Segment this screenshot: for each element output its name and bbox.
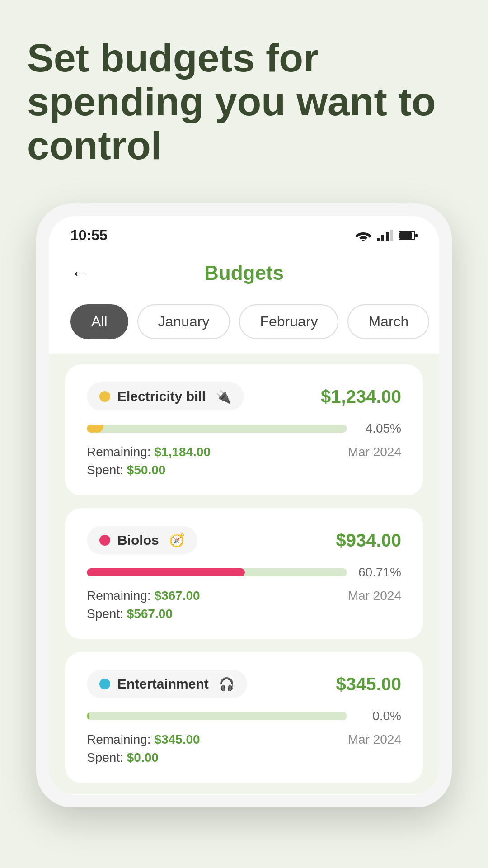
budget-amount-biolos: $934.00: [336, 530, 401, 551]
spent-label-biolos: Spent: $567.00: [87, 607, 200, 621]
budget-amount-electricity: $1,234.00: [321, 387, 401, 407]
filter-tab-all[interactable]: All: [70, 304, 128, 339]
signal-icon: [377, 230, 393, 241]
card-top-electricity: Electricity bill 🔌 $1,234.00: [87, 382, 401, 410]
filter-row: All January February March: [49, 293, 439, 354]
electricity-icon: 🔌: [216, 389, 231, 404]
budget-card-entertainment: Entertainment 🎧 $345.00 0.0%: [65, 652, 423, 783]
status-time: 10:55: [70, 227, 108, 244]
budget-card-biolos: Biolos 🧭 $934.00 60.71%: [65, 508, 423, 639]
category-dot-electricity: [99, 391, 110, 402]
svg-rect-4: [390, 230, 393, 241]
progress-pct-biolos: 60.71%: [356, 565, 401, 580]
category-name-biolos: Biolos: [117, 533, 159, 548]
progress-pct-electricity: 4.05%: [356, 421, 401, 436]
card-date-electricity: Mar 2024: [348, 445, 401, 459]
budget-cards-container: Electricity bill 🔌 $1,234.00 4.05%: [49, 354, 439, 794]
remaining-value-biolos: $367.00: [154, 589, 200, 603]
filter-tab-march[interactable]: March: [347, 304, 429, 339]
remaining-label-entertainment: Remaining: $345.00: [87, 732, 200, 747]
svg-point-0: [362, 240, 365, 241]
svg-rect-1: [377, 238, 380, 241]
spent-value-electricity: $50.00: [127, 463, 166, 477]
app-header: ← Budgets: [49, 249, 439, 293]
budget-amount-entertainment: $345.00: [336, 674, 401, 694]
filter-tab-february[interactable]: February: [239, 304, 338, 339]
card-date-entertainment: Mar 2024: [348, 732, 401, 747]
card-date-biolos: Mar 2024: [348, 589, 401, 603]
entertainment-icon: 🎧: [219, 677, 235, 692]
back-button[interactable]: ←: [70, 262, 89, 284]
progress-row-electricity: 4.05%: [87, 421, 401, 436]
phone-screen: 10:55: [49, 216, 439, 795]
card-stats-electricity: Remaining: $1,184.00 Spent: $50.00: [87, 445, 211, 477]
card-stats-entertainment: Remaining: $345.00 Spent: $0.00: [87, 732, 200, 765]
card-bottom-biolos: Remaining: $367.00 Spent: $567.00 Mar 20…: [87, 589, 401, 621]
budget-card-electricity: Electricity bill 🔌 $1,234.00 4.05%: [65, 364, 423, 495]
progress-fill-entertainment: [87, 712, 89, 720]
category-name-electricity: Electricity bill: [117, 389, 206, 404]
wifi-icon: [355, 230, 371, 241]
category-dot-entertainment: [99, 679, 110, 689]
card-top-biolos: Biolos 🧭 $934.00: [87, 526, 401, 554]
progress-fill-electricity: [87, 425, 97, 433]
category-dot-biolos: [99, 535, 110, 546]
biolos-icon: 🧭: [169, 533, 185, 548]
card-bottom-entertainment: Remaining: $345.00 Spent: $0.00 Mar 2024: [87, 732, 401, 765]
filter-tab-january[interactable]: January: [137, 304, 230, 339]
svg-rect-2: [381, 235, 384, 241]
svg-rect-3: [386, 232, 389, 241]
remaining-label-biolos: Remaining: $367.00: [87, 589, 200, 603]
progress-track-biolos: [87, 568, 347, 576]
status-icons: [355, 230, 418, 241]
progress-dot-electricity: [91, 425, 103, 433]
status-bar: 10:55: [49, 216, 439, 249]
progress-row-biolos: 60.71%: [87, 565, 401, 580]
progress-pct-entertainment: 0.0%: [356, 709, 401, 723]
remaining-value-entertainment: $345.00: [154, 732, 200, 746]
spent-value-entertainment: $0.00: [127, 750, 159, 764]
card-bottom-electricity: Remaining: $1,184.00 Spent: $50.00 Mar 2…: [87, 445, 401, 477]
remaining-label-electricity: Remaining: $1,184.00: [87, 445, 211, 459]
category-pill-entertainment: Entertainment 🎧: [87, 670, 247, 698]
battery-icon: [399, 231, 418, 241]
phone-mockup: 10:55: [36, 203, 452, 807]
card-stats-biolos: Remaining: $367.00 Spent: $567.00: [87, 589, 200, 621]
category-pill-electricity: Electricity bill 🔌: [87, 382, 244, 410]
category-pill-biolos: Biolos 🧭: [87, 526, 197, 554]
progress-track-entertainment: [87, 712, 347, 720]
page-wrapper: Set budgets for spending you want to con…: [0, 0, 488, 868]
category-name-entertainment: Entertainment: [117, 676, 209, 692]
app-title: Budgets: [204, 262, 284, 284]
spent-value-biolos: $567.00: [127, 607, 173, 621]
spent-label-electricity: Spent: $50.00: [87, 463, 211, 477]
svg-rect-6: [399, 232, 412, 239]
progress-row-entertainment: 0.0%: [87, 709, 401, 723]
svg-rect-7: [415, 234, 418, 237]
page-headline: Set budgets for spending you want to con…: [27, 36, 461, 167]
progress-fill-biolos: [87, 568, 245, 576]
card-top-entertainment: Entertainment 🎧 $345.00: [87, 670, 401, 698]
progress-track-electricity: [87, 425, 347, 433]
remaining-value-electricity: $1,184.00: [154, 445, 211, 459]
spent-label-entertainment: Spent: $0.00: [87, 750, 200, 765]
